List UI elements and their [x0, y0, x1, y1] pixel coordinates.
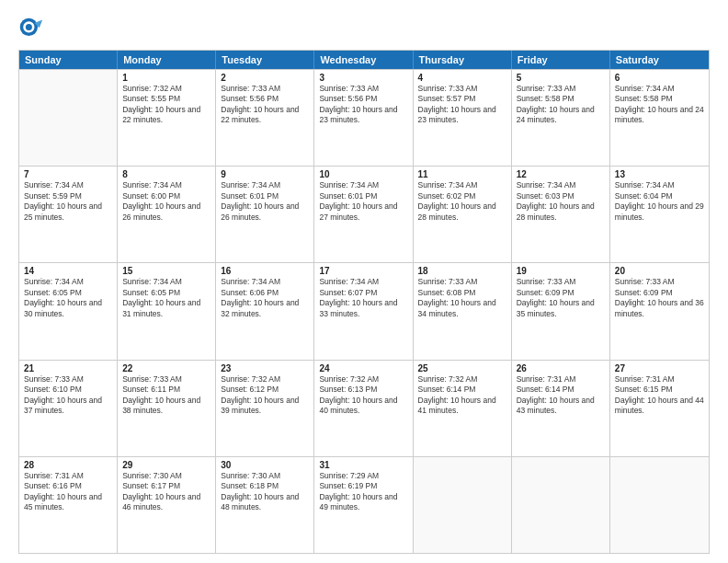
calendar-cell: 7Sunrise: 7:34 AM Sunset: 5:59 PM Daylig… [19, 167, 118, 262]
calendar-cell: 3Sunrise: 7:33 AM Sunset: 5:56 PM Daylig… [314, 70, 413, 166]
cell-info: Sunrise: 7:34 AM Sunset: 5:58 PM Dayligh… [615, 84, 704, 126]
day-number: 9 [221, 169, 309, 179]
header [18, 17, 710, 42]
calendar-row-0: 1Sunrise: 7:32 AM Sunset: 5:55 PM Daylig… [19, 69, 709, 166]
day-number: 29 [122, 460, 210, 470]
calendar-cell: 11Sunrise: 7:34 AM Sunset: 6:02 PM Dayli… [414, 167, 512, 262]
day-number: 25 [418, 363, 506, 373]
calendar-cell: 2Sunrise: 7:33 AM Sunset: 5:56 PM Daylig… [216, 70, 314, 166]
day-number: 10 [319, 169, 407, 179]
calendar-row-4: 28Sunrise: 7:31 AM Sunset: 6:16 PM Dayli… [19, 456, 709, 553]
cell-info: Sunrise: 7:33 AM Sunset: 5:56 PM Dayligh… [319, 84, 407, 126]
calendar-row-1: 7Sunrise: 7:34 AM Sunset: 5:59 PM Daylig… [19, 166, 709, 262]
cell-info: Sunrise: 7:30 AM Sunset: 6:17 PM Dayligh… [122, 471, 210, 513]
calendar-header: SundayMondayTuesdayWednesdayThursdayFrid… [19, 51, 709, 69]
cell-info: Sunrise: 7:33 AM Sunset: 6:09 PM Dayligh… [615, 277, 704, 319]
cell-info: Sunrise: 7:33 AM Sunset: 5:58 PM Dayligh… [517, 84, 605, 126]
calendar-cell: 9Sunrise: 7:34 AM Sunset: 6:01 PM Daylig… [216, 167, 314, 262]
calendar-cell: 10Sunrise: 7:34 AM Sunset: 6:01 PM Dayli… [314, 167, 413, 262]
day-number: 6 [615, 73, 704, 83]
cell-info: Sunrise: 7:34 AM Sunset: 6:05 PM Dayligh… [122, 277, 210, 319]
day-number: 5 [517, 73, 605, 83]
day-number: 30 [221, 460, 309, 470]
cell-info: Sunrise: 7:34 AM Sunset: 6:05 PM Dayligh… [24, 277, 112, 319]
day-number: 7 [24, 169, 112, 179]
header-day-wednesday: Wednesday [314, 51, 413, 69]
calendar-cell: 24Sunrise: 7:32 AM Sunset: 6:13 PM Dayli… [314, 361, 413, 456]
cell-info: Sunrise: 7:32 AM Sunset: 6:14 PM Dayligh… [418, 374, 506, 417]
calendar-cell: 31Sunrise: 7:29 AM Sunset: 6:19 PM Dayli… [314, 457, 413, 553]
cell-info: Sunrise: 7:33 AM Sunset: 6:09 PM Dayligh… [517, 277, 605, 319]
header-day-sunday: Sunday [19, 51, 118, 69]
cell-info: Sunrise: 7:32 AM Sunset: 5:55 PM Dayligh… [122, 84, 210, 126]
day-number: 16 [221, 266, 309, 276]
calendar-cell: 12Sunrise: 7:34 AM Sunset: 6:03 PM Dayli… [512, 167, 610, 262]
header-day-tuesday: Tuesday [216, 51, 314, 69]
day-number: 11 [418, 169, 506, 179]
calendar-cell [414, 457, 512, 553]
day-number: 13 [615, 169, 704, 179]
cell-info: Sunrise: 7:34 AM Sunset: 6:01 PM Dayligh… [319, 180, 407, 223]
header-day-friday: Friday [512, 51, 610, 69]
calendar-cell: 17Sunrise: 7:34 AM Sunset: 6:07 PM Dayli… [314, 263, 413, 359]
calendar-cell: 8Sunrise: 7:34 AM Sunset: 6:00 PM Daylig… [118, 167, 216, 262]
calendar-cell [512, 457, 610, 553]
calendar-row-3: 21Sunrise: 7:33 AM Sunset: 6:10 PM Dayli… [19, 360, 709, 456]
cell-info: Sunrise: 7:34 AM Sunset: 6:07 PM Dayligh… [319, 277, 407, 319]
day-number: 14 [24, 266, 112, 276]
calendar-cell: 27Sunrise: 7:31 AM Sunset: 6:15 PM Dayli… [610, 361, 709, 456]
calendar-cell: 19Sunrise: 7:33 AM Sunset: 6:09 PM Dayli… [512, 263, 610, 359]
cell-info: Sunrise: 7:32 AM Sunset: 6:12 PM Dayligh… [221, 374, 309, 417]
cell-info: Sunrise: 7:34 AM Sunset: 6:04 PM Dayligh… [615, 180, 704, 223]
day-number: 18 [418, 266, 506, 276]
calendar-cell: 22Sunrise: 7:33 AM Sunset: 6:11 PM Dayli… [118, 361, 216, 456]
day-number: 24 [319, 363, 407, 373]
header-day-saturday: Saturday [610, 51, 709, 69]
cell-info: Sunrise: 7:34 AM Sunset: 6:01 PM Dayligh… [221, 180, 309, 223]
calendar-cell: 30Sunrise: 7:30 AM Sunset: 6:18 PM Dayli… [216, 457, 314, 553]
calendar-row-2: 14Sunrise: 7:34 AM Sunset: 6:05 PM Dayli… [19, 262, 709, 359]
calendar-body: 1Sunrise: 7:32 AM Sunset: 5:55 PM Daylig… [19, 69, 709, 553]
calendar-cell: 13Sunrise: 7:34 AM Sunset: 6:04 PM Dayli… [610, 167, 709, 262]
calendar-cell: 29Sunrise: 7:30 AM Sunset: 6:17 PM Dayli… [118, 457, 216, 553]
cell-info: Sunrise: 7:34 AM Sunset: 6:06 PM Dayligh… [221, 277, 309, 319]
calendar-cell: 23Sunrise: 7:32 AM Sunset: 6:12 PM Dayli… [216, 361, 314, 456]
header-day-thursday: Thursday [414, 51, 512, 69]
calendar-cell: 20Sunrise: 7:33 AM Sunset: 6:09 PM Dayli… [610, 263, 709, 359]
calendar-cell [610, 457, 709, 553]
cell-info: Sunrise: 7:31 AM Sunset: 6:14 PM Dayligh… [517, 374, 605, 417]
cell-info: Sunrise: 7:31 AM Sunset: 6:16 PM Dayligh… [24, 471, 112, 513]
logo-icon [18, 17, 44, 42]
calendar-cell: 18Sunrise: 7:33 AM Sunset: 6:08 PM Dayli… [414, 263, 512, 359]
cell-info: Sunrise: 7:31 AM Sunset: 6:15 PM Dayligh… [615, 374, 704, 417]
cell-info: Sunrise: 7:34 AM Sunset: 6:00 PM Dayligh… [122, 180, 210, 223]
cell-info: Sunrise: 7:33 AM Sunset: 5:57 PM Dayligh… [418, 84, 506, 126]
calendar-cell: 6Sunrise: 7:34 AM Sunset: 5:58 PM Daylig… [610, 70, 709, 166]
day-number: 22 [122, 363, 210, 373]
day-number: 12 [517, 169, 605, 179]
cell-info: Sunrise: 7:33 AM Sunset: 6:10 PM Dayligh… [24, 374, 112, 417]
calendar-cell: 21Sunrise: 7:33 AM Sunset: 6:10 PM Dayli… [19, 361, 118, 456]
day-number: 31 [319, 460, 407, 470]
cell-info: Sunrise: 7:33 AM Sunset: 5:56 PM Dayligh… [221, 84, 309, 126]
calendar-cell: 5Sunrise: 7:33 AM Sunset: 5:58 PM Daylig… [512, 70, 610, 166]
day-number: 2 [221, 73, 309, 83]
day-number: 23 [221, 363, 309, 373]
logo [18, 17, 50, 42]
header-day-monday: Monday [118, 51, 216, 69]
cell-info: Sunrise: 7:34 AM Sunset: 6:02 PM Dayligh… [418, 180, 506, 223]
day-number: 3 [319, 73, 407, 83]
cell-info: Sunrise: 7:30 AM Sunset: 6:18 PM Dayligh… [221, 471, 309, 513]
day-number: 17 [319, 266, 407, 276]
cell-info: Sunrise: 7:32 AM Sunset: 6:13 PM Dayligh… [319, 374, 407, 417]
day-number: 19 [517, 266, 605, 276]
cell-info: Sunrise: 7:33 AM Sunset: 6:11 PM Dayligh… [122, 374, 210, 417]
cell-info: Sunrise: 7:34 AM Sunset: 5:59 PM Dayligh… [24, 180, 112, 223]
day-number: 28 [24, 460, 112, 470]
day-number: 1 [122, 73, 210, 83]
calendar-cell: 26Sunrise: 7:31 AM Sunset: 6:14 PM Dayli… [512, 361, 610, 456]
day-number: 8 [122, 169, 210, 179]
calendar-cell: 1Sunrise: 7:32 AM Sunset: 5:55 PM Daylig… [118, 70, 216, 166]
calendar: SundayMondayTuesdayWednesdayThursdayFrid… [18, 50, 710, 554]
cell-info: Sunrise: 7:33 AM Sunset: 6:08 PM Dayligh… [418, 277, 506, 319]
